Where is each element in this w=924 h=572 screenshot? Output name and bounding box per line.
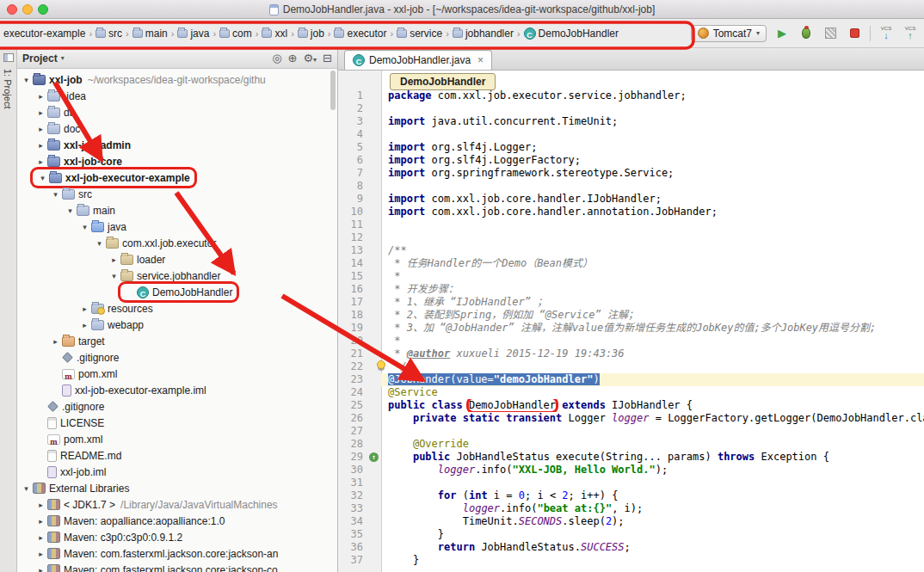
code-line[interactable]: 19 * 3、加 “@JobHander” 注解，注解value值为新增任务生成…: [338, 322, 924, 335]
code-line[interactable]: 2: [338, 102, 924, 115]
code-line[interactable]: 17 * 1、继承 “IJobHandler” ；: [338, 296, 924, 309]
code-line[interactable]: 9import com.xxl.job.core.handler.IJobHan…: [338, 193, 924, 206]
tree-item[interactable]: ▸Maven: com.fasterxml.jackson.core:jacks…: [17, 545, 337, 562]
collapse-arrow-icon[interactable]: ▾: [79, 223, 90, 231]
tree-item[interactable]: ▸< JDK1.7 >/Library/Java/JavaVirtualMach…: [17, 496, 337, 513]
expand-arrow-icon[interactable]: ▸: [50, 337, 61, 346]
tree-item[interactable]: xxl-job.iml: [17, 464, 337, 480]
collapse-arrow-icon[interactable]: ▾: [65, 206, 76, 215]
expand-arrow-icon[interactable]: ▸: [108, 255, 120, 264]
code-line[interactable]: 8: [338, 180, 924, 193]
tree-item[interactable]: ▸resources: [17, 300, 337, 317]
tree-item[interactable]: ▾main: [17, 202, 337, 218]
code-line[interactable]: 13/**: [338, 244, 924, 257]
code-line[interactable]: 28 @Override: [338, 438, 924, 451]
breadcrumb-item[interactable]: service: [395, 27, 444, 40]
tree-item[interactable]: ▸Maven: aopalliance:aopalliance:1.0: [17, 513, 337, 529]
expand-arrow-icon[interactable]: ▸: [35, 141, 46, 150]
breadcrumb-item[interactable]: DemoJobHandler: [522, 27, 620, 40]
expand-arrow-icon[interactable]: ▸: [35, 501, 46, 509]
run-config-selector[interactable]: Tomcat7 ▾: [691, 25, 767, 42]
code-line[interactable]: 27: [338, 425, 924, 438]
code-line[interactable]: 37 }: [338, 554, 924, 567]
expand-arrow-icon[interactable]: ▸: [35, 550, 46, 558]
code-line[interactable]: 3import java.util.concurrent.TimeUnit;: [338, 115, 924, 128]
tree-item[interactable]: ▾src: [17, 186, 337, 202]
code-line[interactable]: 25public class DemoJobHandler extends IJ…: [338, 399, 924, 412]
debug-button[interactable]: [798, 25, 815, 42]
collapse-arrow-icon[interactable]: ▾: [50, 190, 61, 199]
code-line[interactable]: 35 }: [338, 528, 924, 541]
breadcrumb-item[interactable]: java: [176, 27, 211, 40]
code-line[interactable]: 22 */: [338, 360, 924, 373]
tree-item[interactable]: ▸.idea: [17, 88, 337, 104]
expand-arrow-icon[interactable]: ▸: [35, 517, 46, 526]
project-panel-title[interactable]: Project: [22, 52, 58, 65]
code-line[interactable]: 24@Service: [338, 386, 924, 399]
stop-button[interactable]: [846, 25, 863, 42]
collapse-arrow-icon[interactable]: ▾: [108, 272, 120, 280]
code-editor[interactable]: DemoJobHandler 1package com.xxl.job.exec…: [338, 71, 924, 572]
breadcrumb-item[interactable]: com: [218, 27, 254, 40]
breadcrumb-item[interactable]: main: [131, 27, 169, 40]
breadcrumb-item[interactable]: job: [296, 27, 326, 40]
code-line[interactable]: 12: [338, 231, 924, 244]
tree-item[interactable]: ▾xxl-job-executor-example: [17, 169, 337, 186]
override-marker-icon[interactable]: ↑: [369, 452, 379, 462]
tree-item[interactable]: ▸loader: [17, 251, 337, 268]
code-line[interactable]: 15 *: [338, 270, 924, 283]
tree-item[interactable]: pom.xml: [17, 366, 337, 382]
expand-arrow-icon[interactable]: ▸: [35, 125, 46, 133]
code-line[interactable]: 14 * 任务Handler的一个Demo（Bean模式）: [338, 257, 924, 270]
code-line[interactable]: 16 * 开发步骤：: [338, 283, 924, 296]
class-breadcrumb-chip[interactable]: DemoJobHandler: [390, 73, 496, 90]
tree-item[interactable]: ▸xxl-job-core: [17, 153, 337, 169]
code-line[interactable]: 10import com.xxl.job.core.handler.annota…: [338, 206, 924, 218]
run-button[interactable]: ▶: [773, 25, 791, 42]
intention-bulb-icon[interactable]: [377, 360, 385, 369]
code-line[interactable]: 1package com.xxl.job.executor.service.jo…: [338, 89, 924, 102]
tree-item[interactable]: ▾External Libraries: [17, 480, 337, 496]
tree-item[interactable]: ▸db: [17, 104, 337, 120]
breadcrumb-item[interactable]: jobhandler: [451, 27, 515, 40]
vcs-commit-button[interactable]: VCS ↑: [902, 25, 919, 42]
code-line[interactable]: 34 TimeUnit.SECONDS.sleep(2);: [338, 515, 924, 528]
code-line[interactable]: 5import org.slf4j.Logger;: [338, 141, 924, 154]
breadcrumb-item[interactable]: executor: [332, 27, 388, 40]
tree-item[interactable]: pom.xml: [17, 431, 337, 447]
scrollbar[interactable]: [330, 71, 336, 110]
code-line[interactable]: 26 private static transient Logger logge…: [338, 412, 924, 425]
breadcrumb-item[interactable]: src: [94, 27, 124, 40]
tree-item[interactable]: LICENSE: [17, 415, 337, 431]
collapse-arrow-icon[interactable]: ▾: [21, 76, 32, 84]
breadcrumb-item[interactable]: xxl: [260, 27, 289, 40]
expand-arrow-icon[interactable]: ▸: [79, 321, 90, 329]
tree-item[interactable]: xxl-job-executor-example.iml: [17, 382, 337, 398]
code-line[interactable]: 6import org.slf4j.LoggerFactory;: [338, 154, 924, 167]
editor-tab[interactable]: DemoJobHandler.java ×: [344, 50, 492, 70]
tree-item[interactable]: ▸Maven: c3p0:c3p0:0.9.1.2: [17, 529, 337, 545]
code-line[interactable]: 18 * 2、装配到Spring，例如加 “@Service” 注解；: [338, 309, 924, 322]
code-line[interactable]: 31: [338, 477, 924, 489]
tree-item[interactable]: ▾java: [17, 218, 337, 235]
tree-item[interactable]: ▸doc: [17, 120, 337, 137]
tree-item[interactable]: .gitignore: [17, 349, 337, 366]
vcs-update-button[interactable]: VCS ↓: [878, 25, 895, 42]
expand-arrow-icon[interactable]: ▸: [35, 92, 46, 101]
breadcrumb-item[interactable]: executor-example: [2, 27, 87, 40]
code-line[interactable]: 21 * @author xuxueli 2015-12-19 19:43:36: [338, 348, 924, 360]
close-tab-icon[interactable]: ×: [477, 54, 484, 66]
scroll-from-source-icon[interactable]: ◎: [272, 52, 281, 65]
expand-arrow-icon[interactable]: ▸: [35, 533, 46, 542]
expand-arrow-icon[interactable]: ▸: [79, 304, 90, 313]
tree-item[interactable]: ▸webapp: [17, 317, 337, 333]
tree-item[interactable]: ▾service.jobhandler: [17, 268, 337, 284]
collapse-arrow-icon[interactable]: ▾: [94, 239, 105, 248]
tree-item[interactable]: DemoJobHandler: [17, 284, 337, 300]
code-line[interactable]: 30 logger.info("XXL-JOB, Hello World.");: [338, 464, 924, 477]
expand-arrow-icon[interactable]: ▸: [35, 108, 46, 117]
tree-item[interactable]: ▾xxl-job~/workspaces/idea-git-workspace/…: [17, 71, 337, 88]
code-line[interactable]: 29↑ public JobHandleStatus execute(Strin…: [338, 451, 924, 464]
code-line[interactable]: 7import org.springframework.stereotype.S…: [338, 167, 924, 180]
coverage-button[interactable]: [822, 25, 839, 42]
